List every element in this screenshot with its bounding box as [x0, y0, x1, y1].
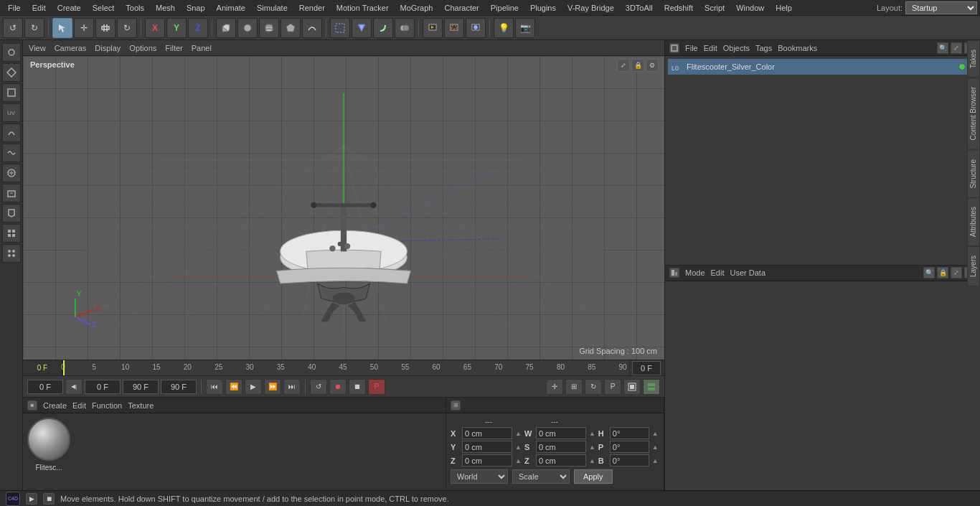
end-frame-field2[interactable]	[161, 380, 197, 394]
menu-edit[interactable]: Edit	[27, 2, 51, 14]
select-tool-button[interactable]	[52, 18, 72, 38]
go-start-button[interactable]: ⏮	[206, 379, 223, 395]
obj-menu-file[interactable]: File	[685, 44, 698, 52]
sidebar-mode1-btn[interactable]	[2, 204, 21, 222]
viewport-canvas[interactable]: Perspective ⤢ 🔒 ⚙	[23, 56, 664, 360]
menu-script[interactable]: Script	[699, 2, 730, 14]
layout-select[interactable]: Startup Standard Animate	[905, 1, 977, 14]
coord-b-rot[interactable]	[610, 454, 649, 467]
material-menu-function[interactable]: Function	[92, 401, 122, 410]
render-viewport-button[interactable]	[466, 18, 486, 38]
move-keys-btn[interactable]: ✛	[546, 379, 563, 395]
coord-h-rot[interactable]	[610, 427, 649, 439]
menu-pipeline[interactable]: Pipeline	[486, 2, 524, 14]
symmetry-button[interactable]	[352, 18, 372, 38]
menu-vray[interactable]: V-Ray Bridge	[562, 2, 619, 14]
sidebar-uv-btn[interactable]: UV	[2, 103, 21, 122]
coord-p-rot[interactable]	[610, 441, 649, 453]
go-end-button[interactable]: ⏭	[283, 379, 301, 395]
menu-animate[interactable]: Animate	[212, 2, 250, 14]
edge-tab-takes[interactable]: Takes	[967, 40, 980, 78]
loop-button[interactable]: ↺	[310, 379, 327, 395]
viewport-menu-panel[interactable]: Panel	[192, 44, 212, 52]
sidebar-sculpt-btn[interactable]	[2, 144, 21, 162]
spline-button[interactable]	[302, 18, 322, 38]
record-button[interactable]: ⏺	[329, 379, 347, 395]
sidebar-mode3-btn[interactable]	[2, 244, 21, 263]
edge-tab-structure[interactable]: Structure	[967, 150, 980, 198]
menu-3dtoall[interactable]: 3DToAll	[621, 2, 658, 14]
menu-mesh[interactable]: Mesh	[151, 2, 180, 14]
coord-scale-select[interactable]: Scale Size	[512, 469, 570, 484]
sphere-button[interactable]	[237, 18, 258, 38]
menu-file[interactable]: File	[3, 2, 26, 14]
scale-tool-button[interactable]	[95, 18, 116, 38]
material-item[interactable]: Flitesc...	[27, 418, 70, 472]
obj-search-btn[interactable]: 🔍	[937, 42, 948, 54]
viewport-menu-filter[interactable]: Filter	[165, 44, 182, 52]
polygon-button[interactable]	[281, 18, 301, 38]
material-menu-texture[interactable]: Texture	[128, 401, 154, 410]
sidebar-edges-btn[interactable]	[2, 63, 21, 82]
cube-button[interactable]	[216, 18, 236, 38]
x-axis-button[interactable]: X	[145, 18, 165, 38]
rotate-tool-button[interactable]: ↻	[117, 18, 137, 38]
sidebar-points-btn[interactable]	[2, 43, 21, 62]
undo-button[interactable]: ↺	[3, 18, 23, 38]
play-button[interactable]: ▶	[245, 379, 262, 395]
stop-button[interactable]: ⏹	[349, 379, 366, 395]
edge-tab-attributes[interactable]: Attributes	[967, 197, 980, 246]
viewport-menu-display[interactable]: Display	[95, 44, 121, 52]
timeline-toggle-btn[interactable]	[643, 379, 660, 395]
timeline-ruler[interactable]: 0 5 10 15 20 25 30 35 40 45 50 55 60 65 …	[62, 360, 628, 376]
edge-tab-content-browser[interactable]: Content Browser	[967, 78, 980, 149]
camera-button[interactable]: 📷	[515, 18, 535, 38]
viewport-menu-view[interactable]: View	[29, 44, 46, 52]
attr-menu-mode[interactable]: Mode	[685, 268, 705, 277]
menu-render[interactable]: Render	[294, 2, 330, 14]
material-menu-create[interactable]: Create	[43, 401, 67, 410]
obj-menu-bookmarks[interactable]: Bookmarks	[778, 44, 817, 52]
timeline-max-field[interactable]	[632, 361, 661, 375]
y-axis-button[interactable]: Y	[166, 18, 187, 38]
sidebar-soft-btn[interactable]	[2, 123, 21, 142]
object-row-scooter[interactable]: L0 Flitescooter_Silver_Color	[668, 59, 977, 75]
coord-y-pos[interactable]	[462, 441, 512, 453]
viewport-menu-options[interactable]: Options	[129, 44, 156, 52]
menu-select[interactable]: Select	[88, 2, 120, 14]
z-axis-button[interactable]: Z	[188, 18, 208, 38]
bend-button[interactable]	[373, 18, 393, 38]
menu-snap[interactable]: Snap	[182, 2, 210, 14]
coord-x-size[interactable]	[536, 427, 586, 439]
coord-z-size[interactable]	[536, 454, 586, 467]
rotate-keys-btn[interactable]: ↻	[585, 379, 602, 395]
coord-world-select[interactable]: World Object	[451, 469, 508, 484]
sidebar-texture-btn[interactable]	[2, 184, 21, 202]
autokey-button[interactable]: P	[368, 379, 385, 395]
menu-motion-tracker[interactable]: Motion Tracker	[331, 2, 394, 14]
menu-mograph[interactable]: MoGraph	[395, 2, 438, 14]
obj-expand-btn[interactable]: ⤢	[951, 42, 962, 54]
start-frame-field[interactable]	[27, 380, 63, 394]
prev-frame-button[interactable]: ⏪	[225, 379, 242, 395]
sidebar-mode2-btn[interactable]	[2, 224, 21, 243]
menu-character[interactable]: Character	[439, 2, 484, 14]
edge-tab-layers[interactable]: Layers	[967, 246, 980, 286]
ffd-button[interactable]	[330, 18, 350, 38]
sidebar-weight-btn[interactable]	[2, 164, 21, 182]
next-frame-button[interactable]: ⏩	[264, 379, 281, 395]
menu-simulate[interactable]: Simulate	[252, 2, 293, 14]
menu-help[interactable]: Help	[771, 2, 797, 14]
end-frame-field[interactable]	[123, 380, 159, 394]
status-stop-icon[interactable]: ⏹	[43, 493, 55, 505]
playhead[interactable]	[63, 360, 65, 376]
attr-search-btn[interactable]: 🔍	[923, 267, 935, 278]
boole-button[interactable]	[395, 18, 415, 38]
move-tool-button[interactable]: ✛	[74, 18, 94, 38]
render-region-button[interactable]	[444, 18, 464, 38]
coord-z-pos[interactable]	[462, 454, 512, 467]
coord-x-pos[interactable]	[462, 427, 512, 439]
status-cinema4d-icon[interactable]: C4D	[6, 492, 20, 506]
current-frame-field[interactable]	[85, 380, 121, 394]
coord-y-size[interactable]	[536, 441, 586, 453]
